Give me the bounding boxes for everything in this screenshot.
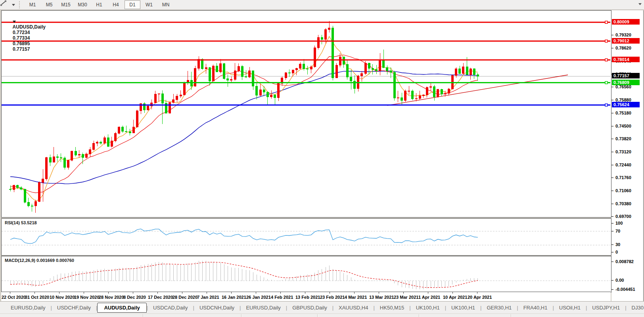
candle-body-up <box>310 67 312 69</box>
price-tick-label: 0.79320 <box>615 32 631 37</box>
tab-usdcad-daily-3[interactable]: USDCAD,Daily <box>148 303 193 312</box>
date-label: 20 Apr 2021 <box>468 295 492 300</box>
candle-body-down <box>216 66 218 72</box>
candle-body-down <box>125 131 127 132</box>
toolbar-overflow-icon[interactable] <box>638 3 642 5</box>
timeframe-buttons: M1M5M15M30H1H4D1W1MN <box>24 0 174 9</box>
candle-body-down <box>307 69 309 69</box>
date-axis: 22 Oct 202031 Oct 202010 Nov 202019 Nov … <box>1 292 611 302</box>
date-label: 31 Oct 2020 <box>25 295 49 300</box>
support-line-handle[interactable] <box>605 82 608 84</box>
candle-body-down <box>390 71 392 72</box>
level-price-label[interactable]: 0.79012 <box>612 38 640 44</box>
candle-body-down <box>343 57 345 65</box>
tab-audusd-daily-2[interactable]: AUDUSD,Daily <box>97 303 146 313</box>
candle-body-up <box>339 57 341 65</box>
date-label: 17 Dec 2020 <box>148 295 173 300</box>
main-chart-canvas[interactable] <box>2 11 610 216</box>
timeframe-button-m30[interactable]: M30 <box>75 0 90 9</box>
level-price-label[interactable]: 0.80009 <box>612 19 640 25</box>
timeframe-button-m15[interactable]: M15 <box>58 0 74 9</box>
candle-body-down <box>75 151 77 155</box>
macd-axis-label: 0.008782 <box>615 259 634 264</box>
date-tick <box>354 292 355 294</box>
rsi-axis-label: 70 <box>615 229 620 233</box>
candle-body-up <box>462 67 464 74</box>
ohlc-low: 0.76895 <box>13 41 30 46</box>
date-label: 10 Nov 2020 <box>50 295 75 300</box>
toolbar-grip[interactable] <box>19 1 22 8</box>
tab-gbpusd-daily-6[interactable]: GBPUSD,Daily <box>287 303 332 312</box>
resistance-line[interactable] <box>2 40 610 42</box>
tab-hk50-m15-8[interactable]: HK50,M15 <box>375 303 409 312</box>
timeframe-button-w1[interactable]: W1 <box>141 0 157 9</box>
candle-body-up <box>180 95 182 96</box>
tab-usdcnh-daily-4[interactable]: USDCNH,Daily <box>194 303 240 312</box>
resistance-line-handle[interactable] <box>605 59 608 61</box>
rsi-axis-label: 100 <box>615 221 623 225</box>
price-tick-label: 0.75880 <box>615 97 631 102</box>
candle-body-up <box>147 106 149 110</box>
resistance-line-handle[interactable] <box>605 21 608 23</box>
macd-signal-line <box>10 262 478 288</box>
tab-uk100-h1-10[interactable]: UK100,H1 <box>446 303 480 312</box>
candle-body-up <box>111 141 113 146</box>
tab-dj30-weekly-15[interactable]: DJ30,Weekly <box>627 303 644 312</box>
resistance-line[interactable] <box>2 59 610 61</box>
tab-usoil-h1-13[interactable]: USOil,H1 <box>554 303 586 312</box>
rsi-canvas[interactable] <box>2 219 610 254</box>
support-line[interactable] <box>2 82 610 83</box>
price-tick-dash <box>611 191 613 191</box>
price-axis: 0.793200.786200.779400.772400.765600.758… <box>611 10 644 301</box>
candle-body-down <box>82 154 84 157</box>
trendline-tool-icon[interactable] <box>1 1 11 9</box>
candle-body-up <box>335 65 337 78</box>
tab-xauusd-h4-7[interactable]: XAUUSD,H4 <box>334 303 373 312</box>
candle-body-up <box>422 95 424 96</box>
candle-body-down <box>107 137 109 146</box>
candle-body-up <box>13 185 15 189</box>
macd-canvas[interactable] <box>2 256 610 291</box>
timeframe-button-mn[interactable]: MN <box>158 0 174 9</box>
candle-body-up <box>85 154 87 158</box>
tool-dropdown-icon[interactable] <box>12 4 15 6</box>
candle-body-down <box>10 189 12 189</box>
candle-body-up <box>285 73 287 78</box>
tab-fra40-h1-12[interactable]: FRA40,H1 <box>518 303 553 312</box>
main-chart-panel[interactable]: AUDUSD,Daily 0.77234 0.77334 0.76895 0.7… <box>1 10 611 218</box>
chart-title-collapse-icon[interactable] <box>13 21 16 23</box>
tab-ger30-h1-11[interactable]: GER30,H1 <box>481 303 517 312</box>
level-price-label[interactable]: 0.76809 <box>612 80 640 85</box>
resistance-line[interactable] <box>2 22 610 23</box>
price-tick-label: 0.74500 <box>615 124 631 128</box>
level-price-label[interactable]: 0.75624 <box>612 102 640 107</box>
support-line-handle[interactable] <box>605 104 608 106</box>
timeframe-button-m1[interactable]: M1 <box>25 0 40 9</box>
tab-usdchf-daily-1[interactable]: USDCHF,Daily <box>52 303 96 312</box>
support-line[interactable] <box>2 105 610 106</box>
candle-body-down <box>466 67 468 75</box>
timeframe-button-h4[interactable]: H4 <box>108 0 124 9</box>
timeframe-button-d1[interactable]: D1 <box>125 0 140 9</box>
candle-body-up <box>154 94 156 103</box>
support-trendline[interactable] <box>387 75 568 105</box>
tab-eurusd-daily-5[interactable]: EURUSD,Daily <box>241 303 286 312</box>
timeframe-button-m5[interactable]: M5 <box>41 0 57 9</box>
macd-panel[interactable]: MACD(12,26,9) 0.001669 0.000760 <box>1 256 611 292</box>
macd-tick-dash <box>611 262 613 262</box>
resistance-line-handle[interactable] <box>605 40 608 42</box>
level-price-label[interactable]: 0.78014 <box>612 57 640 62</box>
tab-eurusd-daily-0[interactable]: EURUSD,Daily <box>6 303 50 312</box>
rsi-panel[interactable]: RSI(14) 53.5218 <box>1 218 611 256</box>
rsi-tick-dash <box>611 231 613 231</box>
candle-body-up <box>415 98 417 99</box>
candle-body-down <box>245 76 247 77</box>
candle-body-up <box>249 71 251 77</box>
candle-body-down <box>401 98 403 101</box>
tab-uk100-h1-9[interactable]: UK100,H1 <box>411 303 445 312</box>
timeframe-button-h1[interactable]: H1 <box>91 0 107 9</box>
rsi-tick-dash <box>611 244 613 245</box>
candle-body-up <box>104 137 105 143</box>
tab-usdjpy-h1-14[interactable]: USDJPY,H1 <box>587 303 625 312</box>
candle-body-up <box>448 89 450 94</box>
